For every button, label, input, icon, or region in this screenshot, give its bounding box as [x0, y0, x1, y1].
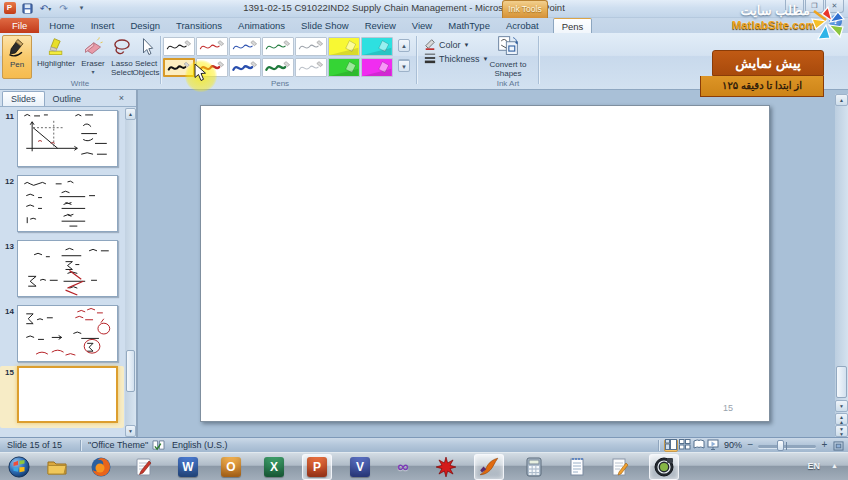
- save-icon[interactable]: [20, 1, 35, 15]
- scroll-down-icon[interactable]: ▼: [125, 425, 136, 437]
- taskbar-outlook-button[interactable]: O: [216, 454, 246, 480]
- powerpoint-logo-icon[interactable]: P: [2, 1, 17, 15]
- taskbar-camtasia-recorder-button[interactable]: [649, 454, 679, 480]
- scroll-down-icon[interactable]: ▼: [835, 400, 848, 412]
- tab-design[interactable]: Design: [122, 18, 168, 33]
- zoom-slider-thumb[interactable]: [777, 440, 784, 451]
- tab-slide-show[interactable]: Slide Show: [293, 18, 357, 33]
- taskbar-word-button[interactable]: W: [173, 454, 203, 480]
- pen-style-0-0[interactable]: [163, 37, 195, 56]
- tab-review[interactable]: Review: [357, 18, 404, 33]
- undo-icon[interactable]: ↶▾: [38, 1, 53, 15]
- slide-thumbnail-12[interactable]: 12: [0, 175, 124, 237]
- taskbar-notepad-button[interactable]: [562, 454, 592, 480]
- taskbar-windows-journal-button[interactable]: [129, 454, 159, 480]
- zoom-level[interactable]: 90%: [716, 440, 742, 450]
- tab-mathtype[interactable]: MathType: [440, 18, 498, 33]
- fit-to-window-icon[interactable]: [831, 439, 845, 452]
- select-objects-button[interactable]: SelectObjects: [130, 35, 162, 79]
- slide-sorter-view-button[interactable]: [678, 439, 692, 452]
- language-indicator[interactable]: English (U.S.): [172, 440, 228, 450]
- panel-scrollbar[interactable]: ▲ ▼: [125, 108, 136, 437]
- panel-scroll-thumb[interactable]: [126, 350, 135, 392]
- panel-close-icon[interactable]: ×: [119, 93, 124, 103]
- gallery-up-icon[interactable]: ▲: [398, 39, 410, 52]
- taskbar-excel-button[interactable]: X: [259, 454, 289, 480]
- tab-view[interactable]: View: [404, 18, 440, 33]
- powerpoint-window: P↶▾↷▾ 1391-02-15 C91022IND2 Supply Chain…: [0, 0, 848, 480]
- tab-transitions[interactable]: Transitions: [168, 18, 230, 33]
- pen-style-1-4[interactable]: [295, 58, 327, 77]
- canvas-scrollbar[interactable]: ▲ ▼ ▲▲ ▼▼: [835, 94, 848, 437]
- watermark-site-name: مطلب سایت: [728, 3, 810, 18]
- tab-acrobat[interactable]: Acrobat: [498, 18, 547, 33]
- slide-thumbnail-image[interactable]: [17, 110, 118, 167]
- tab-insert[interactable]: Insert: [83, 18, 123, 33]
- pen-style-1-2[interactable]: [229, 58, 261, 77]
- tab-pens[interactable]: Pens: [553, 18, 593, 33]
- slide-thumbnail-13[interactable]: 13: [0, 240, 124, 302]
- taskbar-visual-studio-button[interactable]: ∞: [388, 454, 418, 480]
- normal-view-button[interactable]: [664, 439, 678, 452]
- zoom-slider-track[interactable]: [758, 445, 816, 448]
- taskbar-language-indicator[interactable]: EN: [807, 461, 820, 471]
- eraser-button[interactable]: Eraser▾: [80, 35, 106, 79]
- taskbar-matlab-button[interactable]: [474, 454, 504, 480]
- highlighter-style-0-5[interactable]: [328, 37, 360, 56]
- scroll-up-icon[interactable]: ▲: [125, 108, 136, 120]
- highlighter-button[interactable]: Highlighter: [34, 35, 78, 79]
- taskbar-calculator-button[interactable]: [519, 454, 549, 480]
- canvas-scroll-thumb[interactable]: [836, 366, 847, 398]
- theme-name[interactable]: "Office Theme": [88, 440, 148, 450]
- taskbar-visio-button[interactable]: V: [345, 454, 375, 480]
- show-hidden-icons-icon[interactable]: ▲: [831, 462, 838, 469]
- pen-style-0-1[interactable]: [196, 37, 228, 56]
- button-label: Highlighter: [37, 59, 75, 68]
- taskbar-wordpad-button[interactable]: [605, 454, 635, 480]
- previous-slide-icon[interactable]: ▲▲: [835, 413, 848, 425]
- taskbar-math-input-panel-button[interactable]: [431, 454, 461, 480]
- color-button[interactable]: Color ▼: [424, 38, 469, 51]
- reading-view-button[interactable]: [692, 439, 706, 452]
- tab-slides[interactable]: Slides: [2, 91, 45, 106]
- slide-thumbnail-15[interactable]: 15: [0, 366, 124, 428]
- thickness-button[interactable]: Thickness ▼: [424, 52, 488, 65]
- taskbar-windows-explorer-button[interactable]: [42, 454, 72, 480]
- mouse-cursor-icon: [194, 63, 207, 86]
- highlighter-style-1-5[interactable]: [328, 58, 360, 77]
- pen-style-0-3[interactable]: [262, 37, 294, 56]
- qat-customize-icon[interactable]: ▾: [74, 1, 89, 15]
- highlighter-style-0-6[interactable]: [361, 37, 393, 56]
- slide-thumbnail-image[interactable]: [17, 240, 118, 297]
- slide-thumbnail-image[interactable]: [17, 366, 118, 423]
- slide-thumbnail-11[interactable]: 11: [0, 110, 124, 172]
- pen-style-0-2[interactable]: [229, 37, 261, 56]
- tab-outline[interactable]: Outline: [45, 92, 90, 106]
- gallery-more-icon[interactable]: ▼: [398, 59, 410, 72]
- highlighter-style-1-6[interactable]: [361, 58, 393, 77]
- slide-number: 13: [2, 242, 14, 251]
- tab-home[interactable]: Home: [41, 18, 82, 33]
- matlab-icon: [478, 456, 500, 478]
- pen-button[interactable]: Pen: [2, 35, 32, 79]
- slide-thumbnail-image[interactable]: [17, 175, 118, 232]
- slide-thumbnail-image[interactable]: [17, 305, 118, 362]
- convert-to-shapes-icon: [496, 43, 520, 60]
- taskbar-firefox-button[interactable]: [86, 454, 116, 480]
- next-slide-icon[interactable]: ▼▼: [835, 425, 848, 437]
- taskbar-start-button[interactable]: [4, 454, 34, 480]
- zoom-out-icon[interactable]: −: [744, 438, 757, 452]
- scroll-up-icon[interactable]: ▲: [835, 94, 848, 106]
- zoom-in-icon[interactable]: +: [818, 438, 831, 452]
- tab-animations[interactable]: Animations: [230, 18, 293, 33]
- window-title: 1391-02-15 C91022IND2 Supply Chain Manag…: [120, 2, 688, 13]
- redo-icon[interactable]: ↷: [56, 1, 71, 15]
- pen-style-0-4[interactable]: [295, 37, 327, 56]
- write-group-label: Write: [20, 79, 140, 88]
- slide-thumbnail-14[interactable]: 14: [0, 305, 124, 367]
- convert-to-shapes-button[interactable]: Convert to Shapes: [484, 35, 532, 79]
- pen-style-1-3[interactable]: [262, 58, 294, 77]
- tab-file[interactable]: File: [0, 18, 39, 33]
- taskbar-powerpoint-button[interactable]: P: [302, 454, 332, 480]
- current-slide[interactable]: 15: [200, 105, 770, 422]
